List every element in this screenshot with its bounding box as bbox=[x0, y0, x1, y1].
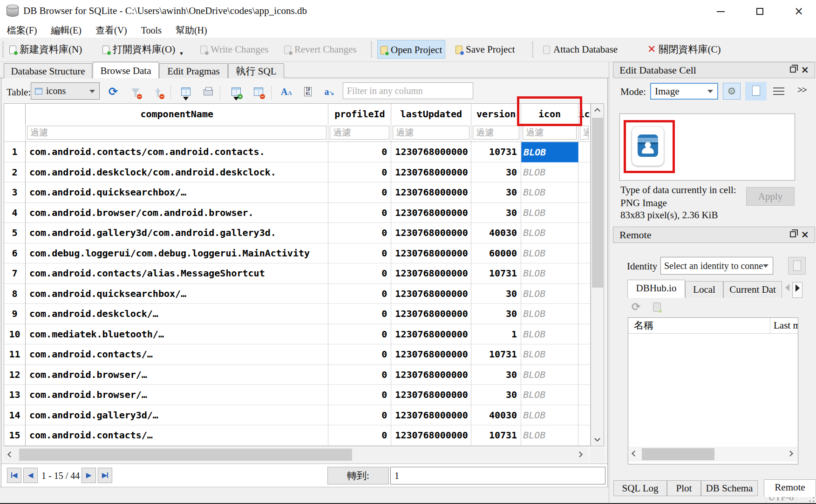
goto-button[interactable]: 轉到: bbox=[327, 467, 389, 484]
cell-version[interactable]: 40030 bbox=[471, 223, 521, 243]
remote-tab-local[interactable]: Local bbox=[685, 281, 723, 298]
maximize-button[interactable] bbox=[748, 4, 771, 20]
clear-sort-button[interactable]: − bbox=[150, 84, 166, 100]
tab-edit-pragmas[interactable]: Edit Pragmas bbox=[159, 63, 228, 78]
cell-lastUpdated[interactable]: 1230768000000 bbox=[391, 405, 471, 426]
row-number[interactable]: 4 bbox=[4, 203, 26, 223]
cell-lastUpdated[interactable]: 1230768000000 bbox=[391, 203, 471, 223]
cell-version[interactable]: 30 bbox=[471, 385, 521, 405]
cell-version[interactable]: 10731 bbox=[471, 344, 521, 365]
scroll-down-button[interactable] bbox=[591, 433, 604, 446]
cell-icon2[interactable] bbox=[578, 425, 591, 446]
cell-lastUpdated[interactable]: 1230768000000 bbox=[391, 324, 471, 345]
import-export-button[interactable]: ⚙ bbox=[723, 83, 741, 100]
cell-profileId[interactable]: 0 bbox=[328, 284, 391, 304]
cell-icon2[interactable] bbox=[578, 324, 591, 345]
cell-icon2[interactable] bbox=[578, 243, 591, 264]
scroll-up-button[interactable] bbox=[591, 104, 604, 116]
resize-grip-icon[interactable] bbox=[809, 496, 815, 503]
cell-icon[interactable]: BLOB bbox=[521, 304, 578, 324]
cell-componentName[interactable]: com.android.contacts/… bbox=[26, 344, 328, 365]
scroll-left-button[interactable] bbox=[629, 447, 640, 462]
dock-tab-db-schema[interactable]: DB Schema bbox=[701, 480, 758, 496]
filter-any-column-input[interactable] bbox=[343, 82, 473, 99]
cell-icon2[interactable] bbox=[578, 263, 591, 284]
filter-input-componentName[interactable]: 過濾 bbox=[27, 126, 326, 140]
cell-componentName[interactable]: com.mediatek.bluetooth/… bbox=[26, 324, 328, 345]
cell-componentName[interactable]: com.android.quicksearchbox/… bbox=[26, 182, 328, 203]
first-record-button[interactable]: ◀ bbox=[7, 468, 21, 483]
save-table-as-button[interactable] bbox=[178, 84, 194, 100]
cell-icon[interactable]: BLOB bbox=[521, 425, 578, 446]
row-number[interactable]: 13 bbox=[4, 385, 26, 405]
cell-icon[interactable]: BLOB bbox=[521, 203, 578, 223]
float-panel-icon[interactable] bbox=[790, 231, 796, 237]
table-select[interactable]: icons bbox=[31, 82, 100, 100]
row-number[interactable]: 5 bbox=[4, 223, 26, 243]
cell-icon2[interactable] bbox=[578, 344, 591, 365]
remote-list-scrollbar[interactable] bbox=[629, 447, 797, 462]
cell-lastUpdated[interactable]: 1230768000000 bbox=[391, 425, 471, 446]
cell-version[interactable]: 60000 bbox=[471, 243, 521, 264]
tab-browse-data[interactable]: Browse Data bbox=[93, 62, 159, 78]
cell-lastUpdated[interactable]: 1230768000000 bbox=[391, 182, 471, 203]
identity-select[interactable]: Select an identity to conne bbox=[660, 257, 773, 275]
cell-componentName[interactable]: com.android.browser/com.android.browser. bbox=[26, 203, 328, 223]
float-panel-icon[interactable] bbox=[790, 67, 796, 73]
revert-changes-button[interactable]: Revert Changes bbox=[281, 40, 360, 59]
text-mode-button[interactable]: a↘ bbox=[321, 84, 337, 100]
tab-database-structure[interactable]: Database Structure bbox=[4, 63, 92, 78]
cell-componentName[interactable]: com.android.contacts/com.android.contact… bbox=[26, 142, 328, 162]
cell-profileId[interactable]: 0 bbox=[328, 243, 391, 264]
scroll-right-button[interactable] bbox=[575, 448, 588, 462]
tab-execute-sql[interactable]: 執行 SQL bbox=[228, 63, 284, 78]
cell-icon[interactable]: BLOB bbox=[521, 162, 578, 183]
cell-icon[interactable]: BLOB bbox=[521, 365, 578, 385]
row-number[interactable]: 8 bbox=[4, 284, 26, 304]
tab-scroll-right-button[interactable] bbox=[792, 282, 802, 298]
cell-version[interactable]: 30 bbox=[471, 304, 521, 324]
row-number[interactable]: 15 bbox=[4, 425, 26, 446]
cell-profileId[interactable]: 0 bbox=[328, 405, 391, 426]
cell-profileId[interactable]: 0 bbox=[328, 203, 391, 223]
cell-profileId[interactable]: 0 bbox=[328, 182, 391, 203]
last-record-button[interactable]: ▶ bbox=[98, 468, 112, 483]
cell-profileId[interactable]: 0 bbox=[328, 425, 391, 446]
filter-input-icon[interactable]: 過濾 bbox=[523, 126, 577, 140]
print-button[interactable] bbox=[200, 84, 216, 100]
cell-icon[interactable]: BLOB bbox=[521, 344, 578, 365]
scroll-left-button[interactable] bbox=[4, 448, 17, 462]
cell-profileId[interactable]: 0 bbox=[328, 304, 391, 324]
filter-input-icon2[interactable]: 過濾 bbox=[580, 126, 589, 140]
cell-profileId[interactable]: 0 bbox=[328, 324, 391, 345]
tab-scroll-left-button[interactable] bbox=[782, 282, 792, 298]
cell-componentName[interactable]: com.android.quicksearchbox/… bbox=[26, 284, 328, 304]
minimize-button[interactable] bbox=[709, 4, 732, 20]
cell-icon[interactable]: BLOB bbox=[521, 324, 578, 345]
cell-componentName[interactable]: com.debug.loggerui/com.debug.loggerui.Ma… bbox=[26, 243, 328, 264]
row-number[interactable]: 3 bbox=[4, 182, 26, 203]
clear-filters-button[interactable]: − bbox=[128, 84, 143, 100]
cell-profileId[interactable]: 0 bbox=[328, 162, 391, 183]
text-view-button[interactable] bbox=[745, 82, 767, 101]
dock-tab-remote[interactable]: Remote bbox=[764, 479, 816, 497]
cell-version[interactable]: 30 bbox=[471, 203, 521, 223]
scrollbar-thumb[interactable] bbox=[642, 448, 714, 460]
cell-profileId[interactable]: 0 bbox=[328, 263, 391, 284]
cell-version[interactable]: 10731 bbox=[471, 142, 521, 162]
cell-componentName[interactable]: com.android.contacts/… bbox=[26, 425, 328, 446]
identity-settings-button[interactable] bbox=[788, 257, 806, 275]
remote-tab-current-database[interactable]: Current Dat bbox=[723, 281, 782, 298]
column-header-profileId[interactable]: profileId bbox=[328, 104, 391, 124]
write-changes-button[interactable]: Write Changes bbox=[197, 40, 272, 59]
vertical-scrollbar-thumb[interactable] bbox=[592, 118, 603, 288]
remote-clone-database-button[interactable] bbox=[653, 302, 661, 312]
insert-record-button[interactable]: + bbox=[228, 84, 244, 100]
open-project-button[interactable]: Open Project bbox=[377, 40, 445, 59]
open-database-dropdown-icon[interactable]: ▾ bbox=[180, 50, 183, 57]
cell-icon2[interactable] bbox=[578, 365, 591, 385]
cell-componentName[interactable]: com.android.browser/… bbox=[26, 385, 328, 405]
cell-icon2[interactable] bbox=[578, 203, 591, 223]
remote-refresh-button[interactable]: ⟳ bbox=[632, 301, 640, 313]
open-database-button[interactable]: 打開資料庫(O)▾ bbox=[100, 40, 186, 59]
